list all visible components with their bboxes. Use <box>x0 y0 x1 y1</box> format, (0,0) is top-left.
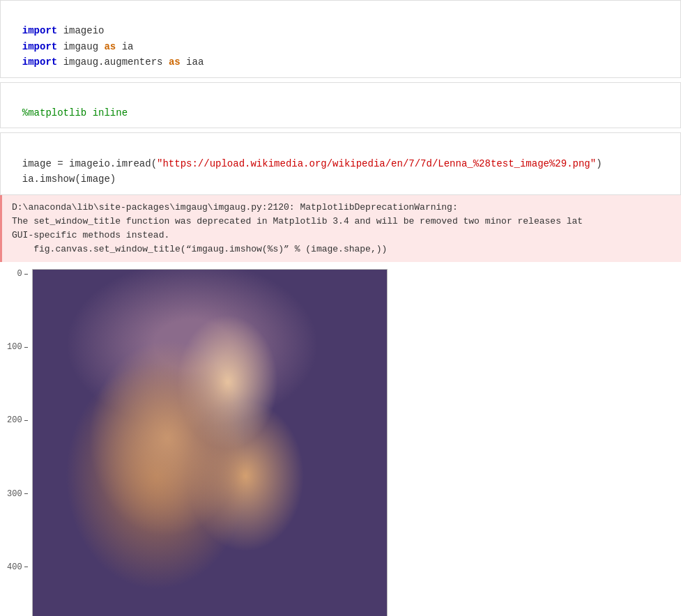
lenna-image-area: 0 100 200 300 400 500 <box>32 269 388 616</box>
plot-area: 0 100 200 300 400 500 0 100 200 300 400 … <box>0 262 681 616</box>
y-axis: 0 100 200 300 400 500 <box>7 269 32 616</box>
y-tick-100: 100 <box>7 342 28 352</box>
warning-output: D:\anaconda\lib\site-packages\imgaug\img… <box>0 195 681 263</box>
code-cell-imread: image = imageio.imread("https://upload.w… <box>0 132 681 194</box>
code-keyword: import <box>22 41 57 52</box>
magic-command: %matplotlib inline <box>22 107 128 118</box>
y-tick-400: 400 <box>7 562 28 572</box>
lenna-image <box>32 269 388 616</box>
code-cell-imports: import imageio import imgaug as ia impor… <box>0 0 681 78</box>
y-tick-0: 0 <box>17 269 27 279</box>
code-cell-magic: %matplotlib inline <box>0 82 681 129</box>
y-tick-300: 300 <box>7 489 28 499</box>
code-keyword: import <box>22 25 57 36</box>
code-keyword: import <box>22 56 57 68</box>
plot-container: 0 100 200 300 400 500 0 100 200 300 400 … <box>7 269 388 616</box>
y-tick-200: 200 <box>7 415 28 425</box>
